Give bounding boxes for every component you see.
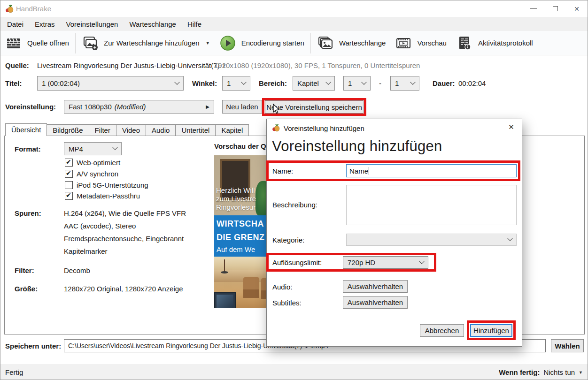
add-button[interactable]: Hinzufügen: [470, 324, 512, 337]
toolbar-separator: [75, 33, 76, 53]
preview-chair: [243, 277, 259, 298]
activity-log-button[interactable]: Aktivitätsprotokoll: [451, 31, 538, 55]
format-value: MP4: [69, 145, 113, 153]
filter-label: Filter:: [15, 266, 34, 274]
queue-label: Warteschlange: [339, 39, 386, 47]
reload-preset-button[interactable]: Neu laden: [222, 100, 262, 114]
queue-icon: [317, 35, 334, 52]
resolution-limit-label: Auflösungslimit:: [272, 258, 322, 266]
submenu-arrow-icon: ▶: [206, 104, 209, 109]
menu-warteschlange[interactable]: Warteschlange: [124, 18, 182, 30]
minimize-icon: [530, 8, 537, 9]
title-bar: HandBrake ✕: [0, 0, 588, 17]
source-name: Livestream Ringvorlesung Der Justus-Lieb…: [37, 61, 226, 69]
reload-preset-label: Neu laden: [226, 103, 258, 111]
when-done-dropdown-icon: ▼: [579, 370, 583, 375]
close-icon: ✕: [574, 5, 580, 13]
menu-bar: Datei Extras Voreinstellungen Warteschla…: [0, 17, 588, 31]
preset-modified-flag: (Modified): [115, 103, 206, 111]
when-done-control[interactable]: Wenn fertig: Nichts tun ▼: [499, 368, 583, 376]
dialog-title: Voreinstellung hinzufügen: [284, 124, 364, 132]
category-select[interactable]: [346, 234, 517, 246]
tab-uebersicht[interactable]: Übersicht: [5, 123, 47, 136]
when-done-value: Nichts tun: [543, 368, 575, 376]
add-label: Hinzufügen: [473, 327, 509, 334]
angle-select-value: 1: [227, 79, 242, 87]
add-to-queue-label: Zur Warteschlange hinzufügen: [104, 39, 200, 47]
open-source-button[interactable]: Quelle öffnen: [0, 31, 74, 55]
browse-button[interactable]: Wählen: [551, 339, 584, 352]
start-encode-button[interactable]: Encodierung starten: [215, 31, 309, 55]
subtitles-label: Subtitles:: [272, 299, 302, 307]
size-label: Größe:: [15, 285, 38, 293]
text-caret: [369, 167, 369, 175]
resolution-limit-select[interactable]: 720p HD: [343, 256, 428, 269]
category-label: Kategorie:: [272, 236, 304, 244]
tab-bar: Übersicht Bildgröße Filter Video Audio U…: [5, 124, 248, 136]
range-from-select[interactable]: 1: [343, 76, 371, 91]
menu-datei[interactable]: Datei: [1, 18, 29, 30]
menu-extras[interactable]: Extras: [29, 18, 61, 30]
checkbox-web-optimized[interactable]: Web-optimiert: [65, 159, 120, 167]
chevron-down-icon: [241, 79, 246, 84]
tab-filter[interactable]: Filter: [89, 124, 116, 136]
preview-banner-line: Auf dem We: [217, 245, 255, 253]
queue-button[interactable]: Warteschlange: [312, 31, 391, 55]
menu-hilfe[interactable]: Hilfe: [182, 18, 207, 30]
checkbox-icon[interactable]: [65, 170, 73, 178]
close-button[interactable]: ✕: [566, 0, 588, 17]
range-type-select[interactable]: Kapitel: [293, 76, 335, 91]
start-encode-label: Encodierung starten: [241, 39, 304, 47]
range-to-select[interactable]: 1: [390, 76, 419, 91]
save-new-preset-button[interactable]: Neue Voreinstellung speichern: [265, 100, 364, 114]
angle-select[interactable]: 1: [222, 76, 250, 91]
description-textarea[interactable]: [346, 185, 517, 225]
add-preset-dialog: Voreinstellung hinzufügen ✕ Voreinstellu…: [266, 119, 522, 347]
dialog-close-button[interactable]: ✕: [501, 119, 522, 135]
preview-microphone-base: [221, 271, 228, 274]
preset-select[interactable]: Fast 1080p30 (Modified) ▶: [64, 100, 214, 114]
preview-banner-line: DIE GRENZ: [217, 233, 265, 243]
title-select[interactable]: 1 (00:02:04): [37, 76, 184, 91]
preview-button[interactable]: Vorschau: [390, 31, 451, 55]
preview-banner-line: WIRTSCHA: [217, 219, 264, 229]
chevron-down-icon: [325, 79, 331, 84]
checkbox-label: iPod 5G-Unterstützung: [77, 181, 148, 189]
status-bar: Fertig Wenn fertig: Nichts tun ▼: [0, 364, 588, 380]
checkbox-metadata-passthru[interactable]: Metadaten-Passthru: [65, 192, 140, 200]
tab-video[interactable]: Video: [116, 124, 146, 136]
track-line: Kapitelmarker: [64, 247, 108, 255]
audio-selection-behavior-button[interactable]: Auswahlverhalten: [343, 280, 408, 293]
checkbox-icon[interactable]: [65, 181, 73, 189]
window-title: HandBrake: [16, 5, 51, 13]
tab-bildgroesse[interactable]: Bildgröße: [46, 124, 89, 136]
cancel-label: Abbrechen: [425, 327, 459, 334]
activity-log-label: Aktivitätsprotokoll: [478, 39, 533, 47]
add-to-queue-button[interactable]: Zur Warteschlange hinzufügen ▼: [77, 31, 215, 55]
format-select[interactable]: MP4: [64, 142, 122, 155]
minimize-button[interactable]: [523, 0, 544, 17]
checkbox-ipod-5g[interactable]: iPod 5G-Unterstützung: [65, 181, 148, 189]
add-to-queue-icon: [82, 35, 99, 52]
dialog-heading: Voreinstellung hinzufügen: [272, 138, 442, 155]
audio-label: Audio:: [272, 283, 293, 291]
tab-audio[interactable]: Audio: [146, 124, 176, 136]
range-type-value: Kapitel: [297, 79, 326, 87]
checkbox-icon[interactable]: [65, 192, 73, 200]
tab-kapitel[interactable]: Kapitel: [215, 124, 249, 136]
filmstrip-icon: [395, 35, 412, 52]
handbrake-icon: [272, 123, 280, 132]
chevron-down-icon: [361, 79, 366, 84]
title-label: Titel:: [5, 79, 22, 87]
maximize-button[interactable]: [544, 0, 566, 17]
menu-voreinstellungen[interactable]: Voreinstellungen: [61, 18, 124, 30]
subtitles-selection-behavior-button[interactable]: Auswahlverhalten: [343, 296, 408, 309]
checkbox-icon[interactable]: [65, 159, 73, 167]
preset-name-input[interactable]: Name: [346, 164, 517, 177]
name-label: Name:: [272, 167, 293, 175]
checkbox-av-sync[interactable]: A/V synchron: [65, 170, 118, 178]
add-to-queue-dropdown-icon[interactable]: ▼: [206, 41, 210, 46]
cancel-button[interactable]: Abbrechen: [420, 324, 464, 337]
preset-value: Fast 1080p30: [69, 103, 112, 111]
tab-untertitel[interactable]: Untertitel: [175, 124, 216, 136]
